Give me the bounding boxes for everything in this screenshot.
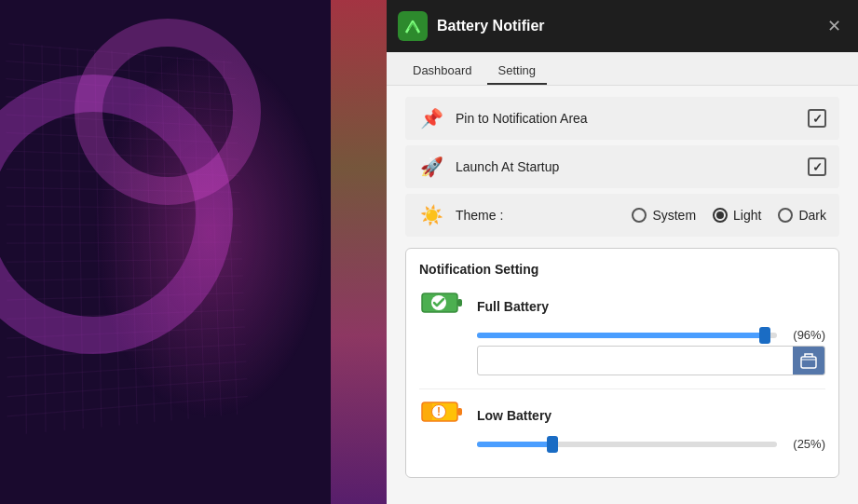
low-battery-header: ! Low Battery <box>419 399 825 431</box>
theme-light-option[interactable]: Light <box>713 208 761 223</box>
theme-system-label: System <box>652 208 696 223</box>
tab-dashboard[interactable]: Dashboard <box>402 58 483 85</box>
full-battery-value: (96%) <box>784 328 825 342</box>
notification-section: Notification Setting Full Battery <box>405 248 839 478</box>
launch-startup-row: 🚀 Launch At Startup <box>405 145 839 188</box>
svg-rect-3 <box>801 357 816 368</box>
bg-glow <box>93 47 326 419</box>
nav-tabs: Dashboard Setting <box>387 52 858 86</box>
full-battery-icon <box>419 290 466 322</box>
theme-light-label: Light <box>733 208 761 223</box>
window-title: Battery Notifier <box>437 18 821 34</box>
theme-system-option[interactable]: System <box>632 208 696 223</box>
low-battery-slider-row: (25%) <box>477 437 825 451</box>
theme-system-radio[interactable] <box>632 208 647 223</box>
launch-startup-checkbox[interactable] <box>808 157 826 176</box>
pin-notification-checkbox[interactable] <box>808 109 826 128</box>
title-bar: Battery Notifier ✕ <box>387 0 858 52</box>
full-battery-slider-fill <box>477 333 765 338</box>
close-button[interactable]: ✕ <box>821 13 847 39</box>
theme-label: Theme : <box>456 208 632 223</box>
low-battery-icon: ! <box>419 399 466 431</box>
svg-rect-6 <box>457 408 462 415</box>
full-battery-slider-row: (96%) <box>477 328 825 342</box>
theme-options: System Light Dark <box>632 208 826 223</box>
low-battery-slider-track <box>477 442 777 447</box>
sun-icon: ☀️ <box>418 204 444 226</box>
svg-text:!: ! <box>437 405 441 418</box>
low-battery-slider-thumb[interactable] <box>547 436 558 453</box>
full-battery-file-row <box>477 346 825 375</box>
low-battery-slider-fill <box>477 442 552 447</box>
svg-rect-5 <box>423 403 432 420</box>
settings-content: 📌 Pin to Notification Area 🚀 Launch At S… <box>387 86 858 504</box>
svg-rect-1 <box>457 299 462 306</box>
full-battery-header: Full Battery <box>419 290 825 322</box>
full-battery-item: Full Battery (96%) <box>419 290 825 375</box>
full-battery-slider-track <box>477 333 777 338</box>
bg-firework <box>331 0 387 504</box>
background <box>0 0 387 504</box>
full-battery-browse-button[interactable] <box>793 346 824 375</box>
battery-divider <box>419 388 825 389</box>
pin-icon: 📌 <box>418 107 444 129</box>
theme-light-radio[interactable] <box>713 208 728 223</box>
theme-row: ☀️ Theme : System Light Dark <box>405 194 839 237</box>
notification-section-title: Notification Setting <box>419 262 825 277</box>
full-battery-slider-thumb[interactable] <box>759 327 770 344</box>
theme-dark-label: Dark <box>798 208 826 223</box>
launch-startup-label: Launch At Startup <box>456 159 808 174</box>
pin-notification-row: 📌 Pin to Notification Area <box>405 97 839 140</box>
theme-dark-option[interactable]: Dark <box>778 208 826 223</box>
low-battery-label: Low Battery <box>477 408 825 423</box>
low-battery-value: (25%) <box>784 437 825 451</box>
pin-notification-label: Pin to Notification Area <box>456 111 808 126</box>
app-window: Battery Notifier ✕ Dashboard Setting 📌 P… <box>387 0 858 504</box>
rocket-icon: 🚀 <box>418 156 444 178</box>
low-battery-item: ! Low Battery (25%) <box>419 399 825 451</box>
theme-dark-radio[interactable] <box>778 208 793 223</box>
full-battery-label: Full Battery <box>477 299 825 314</box>
app-icon <box>398 11 428 41</box>
tab-setting[interactable]: Setting <box>487 58 547 85</box>
